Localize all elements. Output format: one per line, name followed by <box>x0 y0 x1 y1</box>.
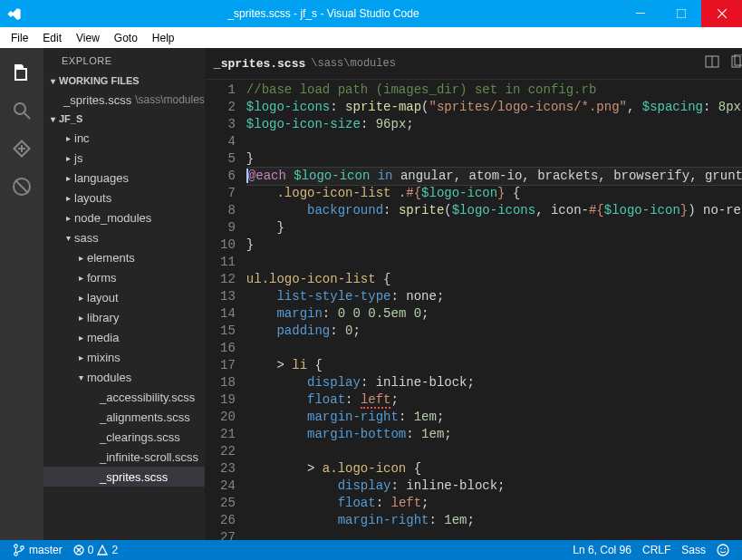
close-button[interactable] <box>701 0 742 27</box>
code-line[interactable]: //base load path (images_dir) set in con… <box>246 82 742 99</box>
svg-rect-0 <box>636 13 645 14</box>
tree-file[interactable]: _clearings.scss <box>43 427 205 447</box>
svg-point-7 <box>14 545 18 548</box>
chevron-right-icon: ▸ <box>76 313 85 323</box>
tree-file[interactable]: _infinite-scroll.scss <box>43 447 205 467</box>
activity-search-icon[interactable] <box>0 92 43 130</box>
code-line[interactable] <box>246 443 742 460</box>
tree-file[interactable]: _accessibility.scss <box>43 387 205 407</box>
menu-view[interactable]: View <box>69 30 107 46</box>
tree-folder[interactable]: ▸layouts <box>43 188 205 208</box>
tree-folder[interactable]: ▾modules <box>43 367 205 387</box>
activity-debug-icon[interactable] <box>0 168 43 206</box>
code-line[interactable]: @each $logo-icon in angular, atom-io, br… <box>246 168 742 185</box>
line-number: 13 <box>205 288 236 305</box>
chevron-right-icon: ▸ <box>63 213 72 223</box>
code-line[interactable]: > li { <box>246 357 742 374</box>
minimize-button[interactable] <box>620 0 660 27</box>
tree-folder[interactable]: ▸elements <box>43 247 205 267</box>
tree-item-label: js <box>74 151 82 165</box>
tree-folder[interactable]: ▸forms <box>43 267 205 287</box>
editor-body[interactable]: 1234567891011121314151617181920212223242… <box>205 80 742 540</box>
tab-actions: ✕ <box>705 54 742 72</box>
editor-tab[interactable]: _sprites.scss \sass\modules <box>205 48 405 79</box>
menu-edit[interactable]: Edit <box>35 30 69 46</box>
project-header[interactable]: ▾JF_S <box>43 110 205 128</box>
chevron-down-icon: ▾ <box>63 233 72 243</box>
tree-folder[interactable]: ▸media <box>43 327 205 347</box>
menu-file[interactable]: File <box>4 30 35 46</box>
code-line[interactable]: float: left; <box>246 495 742 512</box>
line-number: 17 <box>205 357 236 374</box>
status-eol[interactable]: CRLF <box>637 540 676 560</box>
tree-folder[interactable]: ▸languages <box>43 168 205 188</box>
code-line[interactable]: margin-bottom: 1em; <box>246 426 742 443</box>
code-line[interactable]: ul.logo-icon-list { <box>246 271 742 288</box>
tree-item-label: layouts <box>74 191 111 205</box>
line-number: 22 <box>205 443 236 460</box>
code-line[interactable]: } <box>246 237 742 254</box>
code-line[interactable]: display: inline-block; <box>246 478 742 495</box>
line-number: 6 <box>205 168 236 185</box>
menu-goto[interactable]: Goto <box>107 30 145 46</box>
menu-help[interactable]: Help <box>145 30 182 46</box>
code-line[interactable]: margin-right: 1em; <box>246 512 742 529</box>
tree-item-label: mixins <box>87 351 120 364</box>
line-number: 21 <box>205 426 236 443</box>
code-lines[interactable]: //base load path (images_dir) set in con… <box>246 80 742 540</box>
code-line[interactable]: .logo-icon-list .#{$logo-icon} { <box>246 185 742 202</box>
sidebar-title: EXPLORE <box>43 48 205 72</box>
chevron-right-icon: ▸ <box>63 133 72 143</box>
tree-file[interactable]: _sprites.scss <box>43 467 205 487</box>
split-editor-icon[interactable] <box>705 54 719 72</box>
svg-rect-1 <box>677 9 686 18</box>
line-number: 3 <box>205 116 236 133</box>
maximize-button[interactable] <box>660 0 701 27</box>
code-line[interactable] <box>246 133 742 150</box>
open-changes-icon[interactable] <box>730 54 742 72</box>
status-problems[interactable]: 0 2 <box>68 540 123 560</box>
tree-file[interactable]: _alignments.scss <box>43 407 205 427</box>
code-line[interactable]: display: inline-block; <box>246 374 742 391</box>
working-file-item[interactable]: _sprites.scss \sass\modules <box>43 90 205 110</box>
code-line[interactable]: $logo-icons: sprite-map("sprites/logo-ic… <box>246 99 742 116</box>
tree-item-label: _alignments.scss <box>100 410 190 424</box>
code-line[interactable]: background: sprite($logo-icons, icon-#{$… <box>246 202 742 219</box>
working-files-header[interactable]: ▾WORKING FILES <box>43 72 205 90</box>
chevron-right-icon: ▸ <box>76 273 85 283</box>
svg-point-9 <box>21 546 24 550</box>
svg-point-12 <box>720 548 722 550</box>
svg-point-11 <box>718 545 728 555</box>
code-line[interactable] <box>246 254 742 271</box>
status-feedback-icon[interactable] <box>711 540 735 560</box>
activity-git-icon[interactable] <box>0 130 43 168</box>
line-number: 15 <box>205 323 236 340</box>
svg-point-13 <box>724 548 726 550</box>
code-line[interactable]: padding: 0; <box>246 323 742 340</box>
status-lncol[interactable]: Ln 6, Col 96 <box>567 540 637 560</box>
window-titlebar: _sprites.scss - jf_s - Visual Studio Cod… <box>0 0 742 27</box>
code-line[interactable]: } <box>246 150 742 168</box>
code-line[interactable] <box>246 340 742 357</box>
code-line[interactable]: margin: 0 0 0.5em 0; <box>246 305 742 323</box>
code-line[interactable]: } <box>246 219 742 237</box>
tree-folder[interactable]: ▸node_modules <box>43 208 205 227</box>
tree-folder[interactable]: ▸mixins <box>43 347 205 367</box>
status-branch[interactable]: master <box>7 540 68 560</box>
code-line[interactable]: > a.logo-icon { <box>246 460 742 478</box>
code-line[interactable]: list-style-type: none; <box>246 288 742 305</box>
code-line[interactable]: $logo-icon-size: 96px; <box>246 116 742 133</box>
code-line[interactable]: margin-right: 1em; <box>246 409 742 426</box>
tree-item-label: modules <box>87 371 131 384</box>
svg-point-2 <box>14 103 25 114</box>
tree-folder[interactable]: ▸js <box>43 148 205 168</box>
activity-explorer-icon[interactable] <box>0 53 43 92</box>
line-number: 25 <box>205 495 236 512</box>
code-line[interactable]: float: left; <box>246 391 742 409</box>
tree-folder[interactable]: ▸layout <box>43 287 205 307</box>
status-language[interactable]: Sass <box>676 540 711 560</box>
code-line[interactable] <box>246 529 742 540</box>
tree-folder[interactable]: ▸inc <box>43 128 205 148</box>
tree-folder[interactable]: ▾sass <box>43 227 205 247</box>
tree-folder[interactable]: ▸library <box>43 307 205 327</box>
